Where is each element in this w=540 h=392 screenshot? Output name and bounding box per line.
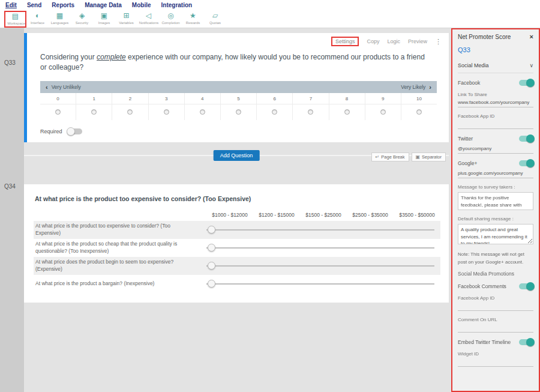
toolbar-item-notifications[interactable]: ◁ Notifications	[137, 11, 160, 26]
nps-value-cell: 4	[185, 93, 221, 104]
nps-radio-option[interactable]	[365, 104, 401, 120]
price-slider-row: At what price is the product a bargain? …	[34, 275, 440, 293]
menu-integration[interactable]: Integration	[161, 2, 193, 8]
toggle-knob	[526, 134, 535, 143]
panel-title: Net Promoter Score	[458, 34, 511, 40]
close-icon[interactable]: ×	[530, 34, 533, 40]
slider-handle[interactable]	[208, 262, 215, 270]
price-slider[interactable]	[206, 225, 434, 235]
chevron-down-icon: ∨	[529, 62, 533, 68]
nps-scale-header: ‹ Very Unlikely Very Likely ›	[40, 81, 437, 93]
toolbar-label: Notifications	[139, 20, 158, 25]
embed-twitter-timeline-row: Embed Twitter Timeline	[458, 339, 533, 345]
facebook-comments-label: Facebook Comments	[458, 283, 506, 289]
nps-radio-option[interactable]	[112, 104, 148, 120]
twitter-row: Twitter	[458, 136, 533, 142]
toolbar-item-workspace[interactable]: ▤ Workspace	[4, 11, 26, 28]
question-actions: Settings Copy Logic Preview ⋮	[34, 37, 442, 46]
price-column: $1000 - $12000	[206, 212, 253, 218]
nps-value-cell: 2	[112, 93, 148, 104]
toolbar-item-rewards[interactable]: ★ Rewards	[182, 11, 204, 26]
nps-radio-option[interactable]	[401, 104, 437, 120]
slider-handle[interactable]	[208, 226, 215, 234]
toolbar-item-quotas[interactable]: ▱ Quotas	[204, 11, 226, 26]
menu-reports[interactable]: Reports	[52, 2, 74, 8]
menu-send[interactable]: Send	[27, 2, 41, 8]
required-row: Required	[40, 128, 442, 134]
menu-edit[interactable]: Edit	[5, 2, 17, 8]
google-plus-url-input[interactable]	[458, 168, 533, 178]
nps-radio-option[interactable]	[221, 104, 257, 120]
social-media-section-header[interactable]: Social Media ∨	[458, 59, 533, 73]
toolbar-item-interface[interactable]: ◐ Interface	[26, 11, 49, 26]
default-sharing-message-textarea[interactable]: A quality product and great services, I …	[458, 224, 533, 244]
toggle-knob	[526, 338, 535, 346]
link-to-share-label: Link To Share	[458, 92, 533, 97]
radio-icon	[344, 109, 350, 115]
nps-radio-option[interactable]	[185, 104, 221, 120]
facebook-app-id-2-input[interactable]	[458, 301, 533, 311]
facebook-app-id-label: Facebook App ID	[458, 113, 533, 119]
facebook-label: Facebook	[458, 80, 480, 86]
chevron-left-icon[interactable]: ‹	[46, 83, 48, 91]
radio-icon	[200, 109, 205, 115]
separator-button[interactable]: ▣ Separator	[412, 152, 446, 161]
price-slider[interactable]	[206, 279, 434, 289]
slider-handle[interactable]	[208, 244, 215, 252]
embed-twitter-timeline-label: Embed Twitter Timeline	[458, 339, 511, 345]
price-slider[interactable]	[206, 243, 434, 253]
nps-radio-option[interactable]	[149, 104, 185, 120]
nps-radio-option[interactable]	[257, 104, 293, 120]
facebook-comments-row: Facebook Comments	[458, 283, 533, 289]
twitter-handle-input[interactable]	[458, 143, 533, 154]
comment-on-url-input[interactable]	[458, 322, 533, 333]
chevron-right-icon[interactable]: ›	[429, 83, 431, 91]
nps-value-cell: 9	[365, 93, 401, 104]
settings-action[interactable]: Settings	[331, 37, 359, 46]
scale-left[interactable]: ‹ Very Unlikely	[46, 83, 81, 91]
page-break-button[interactable]: ↵ Page Break	[371, 152, 409, 161]
insert-question-band: Add Question ↵ Page Break ▣ Separator	[24, 146, 449, 170]
nps-radio-option[interactable]	[329, 104, 365, 120]
q34-gutter-label: Q34	[4, 183, 16, 190]
facebook-comments-toggle[interactable]	[519, 283, 533, 289]
scale-right[interactable]: Very Likely ›	[401, 83, 431, 91]
more-options-icon[interactable]: ⋮	[435, 38, 442, 46]
logic-action[interactable]: Logic	[387, 38, 400, 44]
preview-action[interactable]: Preview	[408, 38, 427, 44]
facebook-toggle[interactable]	[519, 80, 533, 86]
google-plus-label: Google+	[458, 160, 477, 166]
header-spacer	[34, 212, 206, 218]
toolbar-item-languages[interactable]: ▦ Languages	[49, 11, 71, 26]
price-column: $2500 - $35000	[347, 212, 394, 218]
top-menu-bar: Edit Send Reports Manage Data Mobile Int…	[0, 0, 540, 10]
price-slider[interactable]	[206, 261, 434, 271]
nps-radio-option[interactable]	[293, 104, 329, 120]
copy-action[interactable]: Copy	[367, 38, 379, 44]
facebook-app-id-input[interactable]	[458, 119, 533, 129]
question-number-gutter: Q33 Q34	[0, 28, 24, 392]
widget-id-input[interactable]	[458, 357, 533, 367]
nps-radio-option[interactable]	[76, 104, 112, 120]
message-to-survey-takers-textarea[interactable]: Thanks for the positive feedback!, pleas…	[458, 192, 533, 210]
toolbar-item-security[interactable]: ◈ Security	[71, 11, 93, 26]
toolbar-item-images[interactable]: ▣ Images	[93, 11, 115, 26]
link-to-share-input[interactable]	[458, 97, 533, 107]
toolbar-item-completion[interactable]: ◎ Completion	[160, 11, 182, 26]
nps-settings-panel: Net Promoter Score × Q33 Social Media ∨ …	[451, 28, 540, 392]
embed-twitter-timeline-toggle[interactable]	[519, 339, 533, 345]
add-question-button[interactable]: Add Question	[214, 150, 260, 161]
required-toggle[interactable]	[68, 128, 82, 134]
radio-icon	[308, 109, 313, 115]
nps-radio-option[interactable]	[40, 104, 76, 120]
required-label: Required	[40, 128, 62, 134]
price-slider-rows: At what price is the product too expensi…	[34, 221, 440, 293]
slider-track	[206, 283, 434, 285]
q33-gutter-label: Q33	[4, 59, 16, 66]
menu-manage-data[interactable]: Manage Data	[85, 2, 122, 8]
google-plus-toggle[interactable]	[519, 160, 533, 166]
toolbar-item-variables[interactable]: ⊞ Variables	[115, 11, 137, 26]
menu-mobile[interactable]: Mobile	[132, 2, 151, 8]
twitter-toggle[interactable]	[519, 136, 533, 142]
slider-handle[interactable]	[208, 280, 215, 288]
